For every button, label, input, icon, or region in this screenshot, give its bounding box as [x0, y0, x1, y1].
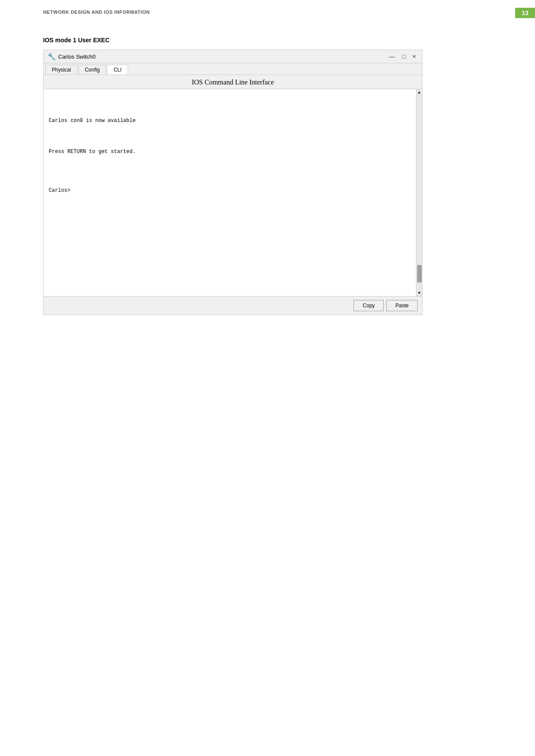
- title-bar: 🔧 Carlos Switch0 — □ ×: [44, 50, 422, 63]
- scroll-up-arrow[interactable]: ▲: [417, 90, 422, 94]
- scroll-down-arrow[interactable]: ▼: [417, 291, 422, 295]
- window-title: Carlos Switch0: [58, 53, 96, 60]
- tab-config[interactable]: Config: [78, 65, 106, 75]
- scroll-track: [416, 94, 422, 291]
- title-bar-left: 🔧 Carlos Switch0: [48, 53, 96, 60]
- copy-button[interactable]: Copy: [354, 300, 384, 311]
- section-title: IOS mode 1 User EXEC: [43, 37, 110, 44]
- terminal-content[interactable]: Carlos con0 is now available Press RETUR…: [44, 89, 416, 296]
- title-bar-controls: — □ ×: [387, 53, 418, 59]
- maximize-button[interactable]: □: [400, 53, 407, 59]
- paste-button[interactable]: Paste: [386, 300, 418, 311]
- window-icon: 🔧: [48, 53, 56, 60]
- page-number: 13: [515, 8, 535, 18]
- tab-cli[interactable]: CLI: [107, 65, 128, 75]
- scrollbar[interactable]: ▲ ▼: [416, 89, 422, 296]
- scroll-thumb[interactable]: [417, 265, 422, 282]
- page-header: NETWORK DESIGN AND IOS INFORMATION: [43, 9, 150, 15]
- close-button[interactable]: ×: [411, 53, 418, 59]
- cisco-packet-tracer-window: 🔧 Carlos Switch0 — □ × Physical Config C…: [43, 50, 422, 315]
- terminal-area: Carlos con0 is now available Press RETUR…: [44, 89, 422, 296]
- cli-header: IOS Command Line Interface: [44, 75, 422, 89]
- button-bar: Copy Paste: [44, 296, 422, 315]
- minimize-button[interactable]: —: [387, 53, 397, 59]
- tabs-bar: Physical Config CLI: [44, 63, 422, 75]
- tab-physical[interactable]: Physical: [45, 65, 78, 75]
